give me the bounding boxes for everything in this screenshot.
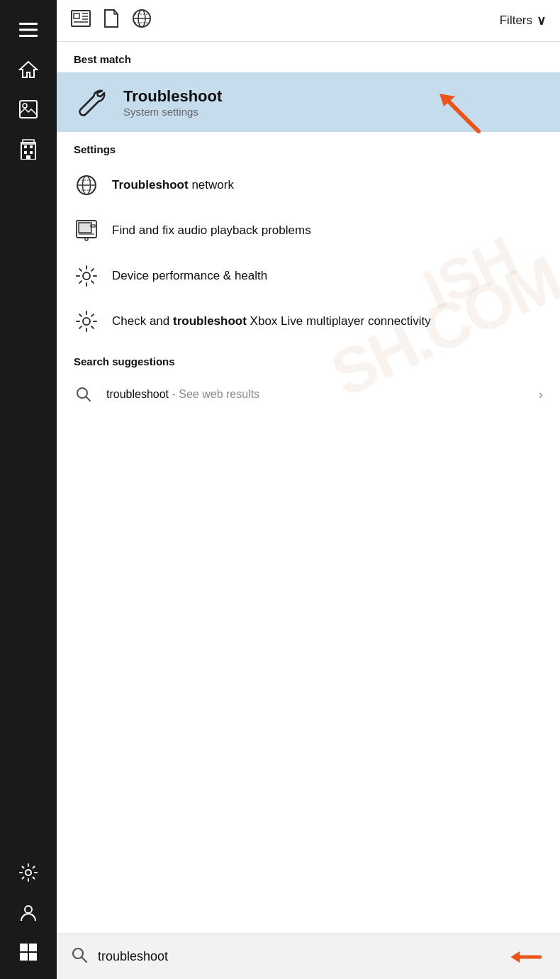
settings-item-text-1: Troubleshoot network: [112, 177, 234, 193]
main-content: Filters ∨ SH.COM ISH Best match Troubles…: [57, 0, 560, 979]
gear-icon-1: [74, 263, 99, 289]
svg-point-35: [85, 238, 88, 240]
svg-rect-3: [20, 101, 37, 118]
results-area: SH.COM ISH Best match Troubleshoot Syste…: [57, 42, 560, 934]
svg-point-13: [25, 906, 32, 913]
troubleshoot-bold: Troubleshoot: [112, 178, 189, 192]
globe-icon[interactable]: [132, 9, 152, 33]
svg-point-12: [26, 870, 31, 875]
filters-button[interactable]: Filters ∨: [500, 13, 546, 28]
chevron-down-icon: ∨: [537, 13, 546, 28]
suggestion-main: troubleshoot: [106, 388, 169, 400]
suggestion-item-troubleshoot[interactable]: troubleshoot - See web results ›: [57, 375, 560, 414]
sidebar-bottom: [0, 853, 57, 979]
best-match-item[interactable]: Troubleshoot System settings: [57, 72, 560, 132]
svg-rect-9: [30, 151, 33, 154]
audio-text: Find and fix audio playback problems: [112, 223, 311, 237]
search-icon: [74, 385, 94, 404]
svg-point-36: [83, 272, 90, 280]
chevron-right-icon: ›: [539, 387, 543, 402]
audio-icon: [74, 218, 99, 243]
svg-line-41: [82, 957, 87, 962]
svg-point-4: [23, 104, 27, 108]
sidebar: [0, 0, 57, 979]
settings-item-device-perf[interactable]: Device performance & health: [57, 253, 560, 299]
device-perf-text: Device performance & health: [112, 269, 267, 282]
arrow-annotation: [425, 85, 489, 138]
troubleshoot-bold-2: troubleshoot: [173, 314, 247, 328]
svg-rect-14: [20, 944, 28, 951]
svg-rect-8: [24, 151, 27, 154]
settings-item-text-3: Device performance & health: [112, 268, 267, 284]
svg-rect-10: [26, 155, 30, 160]
svg-rect-0: [19, 23, 38, 25]
svg-rect-32: [79, 223, 91, 233]
filters-label: Filters: [500, 13, 532, 28]
search-suggestions-label: Search suggestions: [57, 344, 560, 375]
search-bar-icon: [71, 946, 88, 968]
svg-rect-17: [29, 953, 37, 961]
network-text: network: [189, 178, 234, 192]
settings-icon[interactable]: [0, 853, 57, 892]
gear-icon-2: [74, 309, 99, 334]
xbox-text-pre: Check and: [112, 314, 173, 328]
best-match-text: Troubleshoot System settings: [123, 87, 222, 118]
user-icon[interactable]: [0, 892, 57, 932]
best-match-section-label: Best match: [57, 42, 560, 72]
search-input[interactable]: [98, 949, 496, 964]
toolbar: Filters ∨: [57, 0, 560, 42]
svg-rect-19: [74, 13, 79, 18]
suggestion-secondary: - See web results: [169, 388, 259, 400]
toolbar-icons: [71, 9, 487, 33]
search-bar: [57, 934, 560, 979]
sidebar-top: [0, 0, 57, 169]
document-grid-icon[interactable]: [71, 10, 91, 31]
svg-rect-7: [30, 145, 33, 148]
svg-line-39: [86, 397, 91, 402]
svg-rect-2: [19, 35, 38, 37]
svg-point-37: [83, 318, 90, 325]
photo-icon[interactable]: [0, 89, 57, 129]
svg-rect-15: [29, 944, 37, 951]
best-match-subtitle: System settings: [123, 106, 222, 118]
xbox-text-post: Xbox Live multiplayer connectivity: [247, 314, 431, 328]
svg-marker-42: [510, 951, 520, 963]
suggestion-text: troubleshoot - See web results: [106, 388, 526, 401]
building-icon[interactable]: [0, 129, 57, 169]
svg-rect-16: [20, 953, 28, 961]
file-icon[interactable]: [103, 9, 119, 33]
wrench-icon: [74, 84, 111, 121]
search-bar-arrow-annotation: [506, 943, 546, 971]
best-match-title: Troubleshoot: [123, 87, 222, 106]
settings-item-audio[interactable]: Find and fix audio playback problems: [57, 208, 560, 253]
svg-rect-6: [24, 145, 27, 148]
settings-item-xbox[interactable]: Check and troubleshoot Xbox Live multipl…: [57, 299, 560, 344]
home-icon[interactable]: [0, 50, 57, 89]
settings-item-text-2: Find and fix audio playback problems: [112, 223, 311, 238]
start-icon[interactable]: [0, 932, 57, 972]
svg-rect-1: [19, 29, 38, 31]
network-globe-icon: [74, 172, 99, 198]
settings-item-troubleshoot-network[interactable]: Troubleshoot network: [57, 162, 560, 208]
hamburger-menu-icon[interactable]: [0, 10, 57, 50]
settings-item-text-4: Check and troubleshoot Xbox Live multipl…: [112, 314, 431, 329]
